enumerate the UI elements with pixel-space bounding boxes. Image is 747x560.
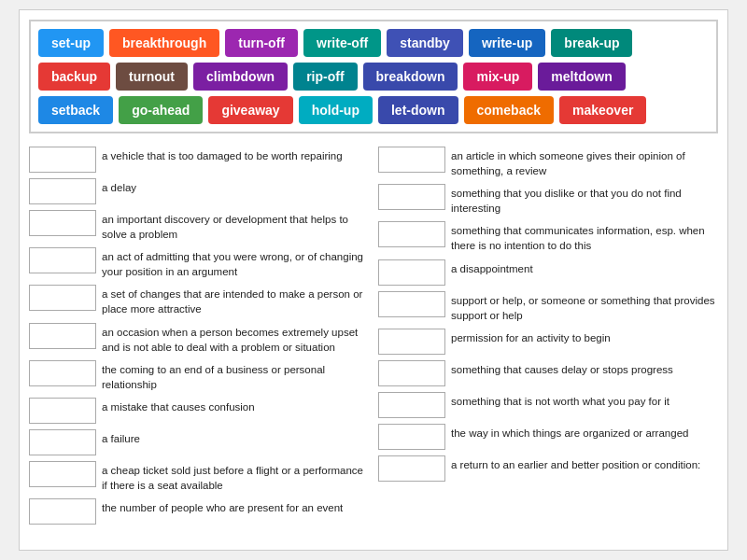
answer-box-right-7[interactable] <box>378 392 445 418</box>
match-row-left-5: an occasion when a person becomes extrem… <box>29 323 369 355</box>
definition-right-0: an article in which someone gives their … <box>451 147 718 178</box>
tile-go-ahead[interactable]: go-ahead <box>119 96 203 124</box>
definition-right-5: permission for an activity to begin <box>451 329 611 345</box>
tile-makeover[interactable]: makeover <box>559 96 646 124</box>
definition-left-3: an act of admitting that you were wrong,… <box>102 247 369 279</box>
tile-climbdown[interactable]: climbdown <box>193 63 288 91</box>
match-row-right-7: something that is not worth what you pay… <box>378 392 718 418</box>
answer-box-right-5[interactable] <box>378 329 445 355</box>
tile-comeback[interactable]: comeback <box>464 96 554 124</box>
tile-let-down[interactable]: let-down <box>378 96 458 124</box>
answer-box-left-6[interactable] <box>29 360 96 386</box>
tile-turn-off[interactable]: turn-off <box>225 29 298 57</box>
answer-box-left-8[interactable] <box>29 429 96 455</box>
answer-box-right-8[interactable] <box>378 424 445 450</box>
tile-breakdown[interactable]: breakdown <box>363 63 458 91</box>
definition-left-5: an occasion when a person becomes extrem… <box>102 323 369 355</box>
tile-meltdown[interactable]: meltdown <box>538 63 625 91</box>
match-row-right-8: the way in which things are organized or… <box>378 424 718 450</box>
answer-box-right-4[interactable] <box>378 291 445 317</box>
definition-right-1: something that you dislike or that you d… <box>451 184 718 216</box>
answer-box-left-9[interactable] <box>29 461 96 487</box>
answer-box-left-5[interactable] <box>29 323 96 349</box>
match-row-left-0: a vehicle that is too damaged to be wort… <box>29 147 369 173</box>
tile-write-up[interactable]: write-up <box>469 29 545 57</box>
tile-standby[interactable]: standby <box>387 29 463 57</box>
answer-box-right-2[interactable] <box>378 221 445 247</box>
tile-setback[interactable]: setback <box>38 96 113 124</box>
match-row-left-3: an act of admitting that you were wrong,… <box>29 247 369 279</box>
tile-hold-up[interactable]: hold-up <box>299 96 373 124</box>
answer-box-right-3[interactable] <box>378 259 445 286</box>
match-row-left-8: a failure <box>29 429 369 455</box>
answer-box-right-0[interactable] <box>378 147 445 173</box>
definition-left-2: an important discovery or development th… <box>102 210 369 242</box>
match-row-right-2: something that communicates information,… <box>378 221 718 253</box>
definition-left-9: a cheap ticket sold just before a flight… <box>102 461 369 493</box>
match-row-left-10: the number of people who are present for… <box>29 498 369 525</box>
definition-left-0: a vehicle that is too damaged to be wort… <box>102 147 343 163</box>
match-row-left-2: an important discovery or development th… <box>29 210 369 242</box>
answer-box-left-2[interactable] <box>29 210 96 236</box>
tiles-area: set-upbreakthroughturn-offwrite-offstand… <box>29 20 718 133</box>
match-row-right-4: support or help, or someone or something… <box>378 291 718 323</box>
answer-box-left-10[interactable] <box>29 498 96 525</box>
tile-set-up[interactable]: set-up <box>38 29 104 57</box>
answer-box-left-7[interactable] <box>29 398 96 424</box>
match-row-right-1: something that you dislike or that you d… <box>378 184 718 216</box>
definition-right-8: the way in which things are organized or… <box>451 424 688 441</box>
answer-box-right-6[interactable] <box>378 360 445 386</box>
tiles-row-1: set-upbreakthroughturn-offwrite-offstand… <box>38 29 709 57</box>
tile-breakthrough[interactable]: breakthrough <box>109 29 219 57</box>
match-row-right-0: an article in which someone gives their … <box>378 147 718 178</box>
tile-backup[interactable]: backup <box>38 63 110 91</box>
answer-box-right-1[interactable] <box>378 184 445 210</box>
main-container: set-upbreakthroughturn-offwrite-offstand… <box>19 9 728 551</box>
tile-turnout[interactable]: turnout <box>116 63 188 91</box>
exercise-area: a vehicle that is too damaged to be wort… <box>29 147 718 525</box>
match-row-right-5: permission for an activity to begin <box>378 329 718 355</box>
match-row-left-4: a set of changes that are intended to ma… <box>29 285 369 316</box>
definition-left-6: the coming to an end of a business or pe… <box>102 360 369 392</box>
match-row-right-9: a return to an earlier and better positi… <box>378 455 718 482</box>
match-row-right-3: a disappointment <box>378 259 718 286</box>
match-row-left-1: a delay <box>29 178 369 204</box>
tiles-row-3: setbackgo-aheadgiveawayhold-uplet-downco… <box>38 96 709 124</box>
answer-box-left-0[interactable] <box>29 147 96 173</box>
definition-right-3: a disappointment <box>451 259 533 276</box>
left-column: a vehicle that is too damaged to be wort… <box>29 147 369 525</box>
right-column: an article in which someone gives their … <box>378 147 718 525</box>
definition-left-4: a set of changes that are intended to ma… <box>102 285 369 316</box>
definition-left-7: a mistake that causes confusion <box>102 398 255 414</box>
definition-right-7: something that is not worth what you pay… <box>451 392 669 409</box>
match-row-left-7: a mistake that causes confusion <box>29 398 369 424</box>
match-row-left-6: the coming to an end of a business or pe… <box>29 360 369 392</box>
definition-left-1: a delay <box>102 178 136 195</box>
definition-left-10: the number of people who are present for… <box>102 498 343 515</box>
tile-mix-up[interactable]: mix-up <box>463 63 532 91</box>
tile-rip-off[interactable]: rip-off <box>293 63 357 91</box>
tile-giveaway[interactable]: giveaway <box>208 96 292 124</box>
answer-box-left-4[interactable] <box>29 285 96 311</box>
definition-left-8: a failure <box>102 429 140 446</box>
tile-write-off[interactable]: write-off <box>303 29 381 57</box>
answer-box-left-1[interactable] <box>29 178 96 204</box>
answer-box-right-9[interactable] <box>378 455 445 482</box>
match-row-right-6: something that causes delay or stops pro… <box>378 360 718 386</box>
match-row-left-9: a cheap ticket sold just before a flight… <box>29 461 369 493</box>
tile-break-up[interactable]: break-up <box>551 29 632 57</box>
definition-right-4: support or help, or someone or something… <box>451 291 718 323</box>
tiles-row-2: backupturnoutclimbdownrip-offbreakdownmi… <box>38 63 709 91</box>
answer-box-left-3[interactable] <box>29 247 96 273</box>
definition-right-9: a return to an earlier and better positi… <box>451 455 700 472</box>
definition-right-6: something that causes delay or stops pro… <box>451 360 673 377</box>
definition-right-2: something that communicates information,… <box>451 221 718 253</box>
